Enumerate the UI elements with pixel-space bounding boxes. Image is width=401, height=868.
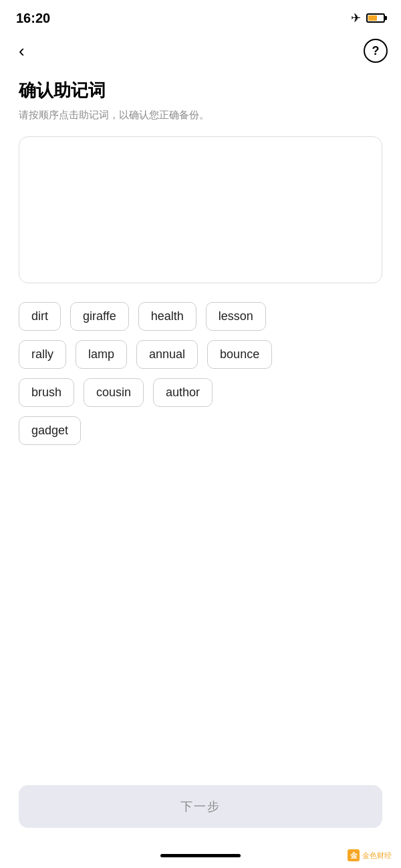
word-chip-bounce[interactable]: bounce [207,340,272,369]
page-title: 确认助记词 [19,79,382,102]
word-chip-gadget[interactable]: gadget [19,416,81,445]
bottom-bar [160,854,241,857]
watermark-icon: 金 [348,849,360,861]
airplane-icon: ✈ [351,11,361,25]
status-bar: 16:20 ✈ [0,0,401,33]
battery-body [366,13,385,23]
phrase-area [19,136,382,283]
back-button[interactable]: ‹ [13,39,30,62]
nav-bar: ‹ ? [0,33,401,68]
next-button[interactable]: 下一步 [19,785,382,828]
word-row: brushcousinauthor [19,378,382,407]
help-button[interactable]: ? [364,39,388,63]
watermark-text: 金色财经 [362,851,392,861]
word-chip-giraffe[interactable]: giraffe [70,302,129,331]
word-chip-author[interactable]: author [153,378,213,407]
word-chip-lamp[interactable]: lamp [76,340,127,369]
word-chip-cousin[interactable]: cousin [84,378,144,407]
word-row: gadget [19,416,382,445]
word-chip-dirt[interactable]: dirt [19,302,61,331]
word-chip-annual[interactable]: annual [136,340,198,369]
word-chip-lesson[interactable]: lesson [206,302,266,331]
word-chip-health[interactable]: health [138,302,196,331]
watermark: 金 金色财经 [348,849,392,861]
battery-fill [368,15,377,21]
word-row: dirtgiraffehealthlesson [19,302,382,331]
battery-icon [366,13,385,23]
word-chip-brush[interactable]: brush [19,378,74,407]
word-row: rallylampannualbounce [19,340,382,369]
word-chip-rally[interactable]: rally [19,340,66,369]
status-time: 16:20 [16,11,50,26]
next-button-wrap: 下一步 [19,785,382,828]
page-subtitle: 请按顺序点击助记词，以确认您正确备份。 [19,108,382,123]
status-icons: ✈ [351,11,385,25]
word-grid: dirtgiraffehealthlessonrallylampannualbo… [0,302,401,445]
page-content: 确认助记词 请按顺序点击助记词，以确认您正确备份。 [0,68,401,283]
